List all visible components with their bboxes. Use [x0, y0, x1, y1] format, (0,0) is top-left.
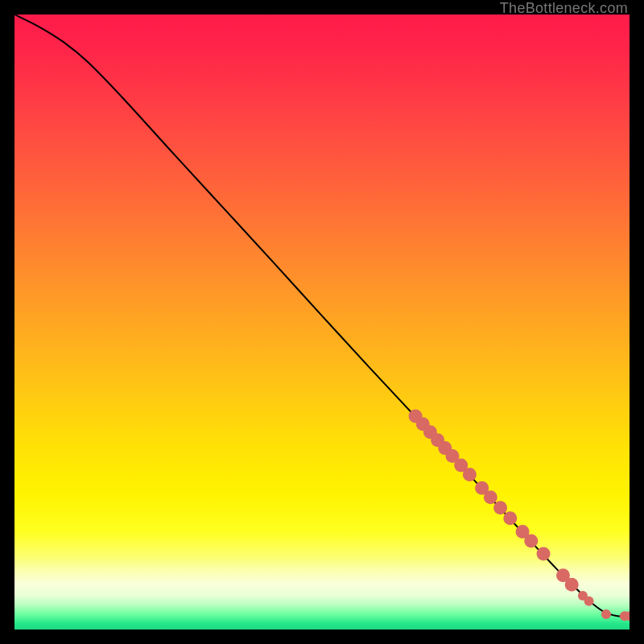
- data-marker: [463, 468, 477, 481]
- data-marker: [503, 511, 517, 525]
- chart-svg: [14, 14, 630, 630]
- data-marker: [484, 490, 497, 504]
- data-marker: [537, 547, 551, 561]
- plot-area: [14, 14, 630, 630]
- data-marker: [601, 609, 611, 619]
- data-marker: [584, 597, 594, 606]
- data-marker: [493, 501, 507, 514]
- data-marker: [524, 534, 538, 547]
- chart-frame: TheBottleneck.com: [0, 0, 644, 644]
- attribution-label: TheBottleneck.com: [500, 0, 628, 17]
- data-marker: [565, 578, 579, 592]
- gradient-background: [14, 14, 630, 630]
